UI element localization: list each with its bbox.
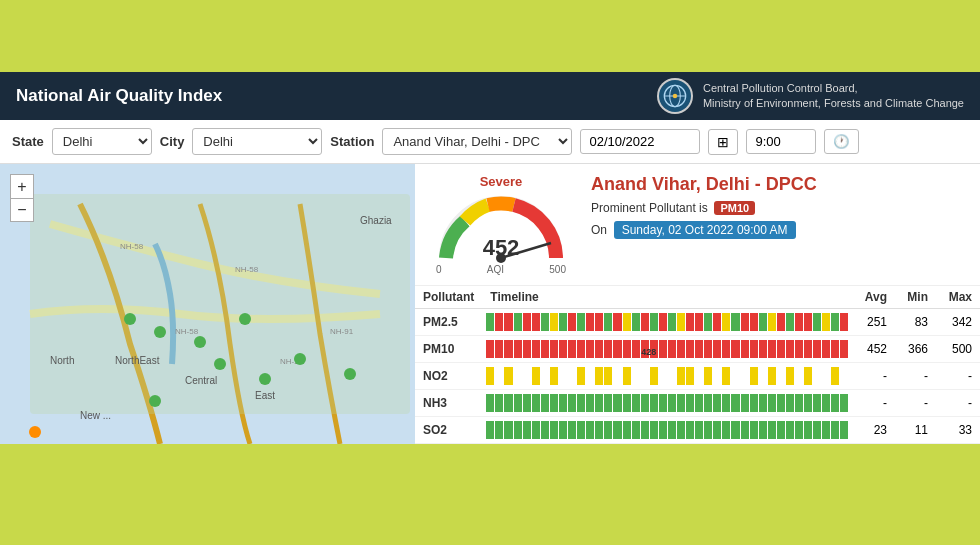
- timeline-bar: [741, 394, 749, 412]
- svg-text:East: East: [255, 390, 275, 401]
- timeline-bar: [722, 421, 730, 439]
- timeline-bar: [586, 313, 594, 331]
- controls-bar: State Delhi City Delhi Station Anand Vih…: [0, 120, 980, 164]
- timeline-bar: [731, 313, 739, 331]
- timeline-bar: [595, 340, 603, 358]
- timeline-bar: [568, 421, 576, 439]
- timeline-cell: [482, 309, 852, 336]
- timeline-bar: [495, 340, 503, 358]
- top-banner: [0, 0, 980, 72]
- timeline-bar: [731, 421, 739, 439]
- map-zoom-controls: + −: [10, 174, 34, 222]
- timeline-bar: [523, 340, 531, 358]
- timeline-bar: [741, 421, 749, 439]
- on-label: On Sunday, 02 Oct 2022 09:00 AM: [591, 219, 964, 239]
- city-select[interactable]: Delhi: [192, 128, 322, 155]
- timeline-bar: [768, 421, 776, 439]
- pollutant-table: Pollutant Timeline Avg Min Max PM2.52518…: [415, 286, 980, 444]
- timeline-bar: [568, 313, 576, 331]
- timeline-bar: [604, 367, 612, 385]
- timeline-bar: [623, 421, 631, 439]
- timeline-bar: [750, 421, 758, 439]
- timeline-bar: [659, 421, 667, 439]
- timeline-bar: [514, 394, 522, 412]
- timeline-bar: [641, 394, 649, 412]
- timeline-bar: [759, 394, 767, 412]
- timeline-bar: [541, 313, 549, 331]
- svg-rect-6: [30, 194, 410, 414]
- timeline-bar: [604, 340, 612, 358]
- timeline-bar: [641, 421, 649, 439]
- timeline-bar: [504, 367, 512, 385]
- pollutant-name-cell: PM2.5: [415, 309, 482, 336]
- timeline-bar: [486, 367, 494, 385]
- timeline-bar: [514, 421, 522, 439]
- col-min: Min: [895, 286, 936, 309]
- svg-point-30: [344, 368, 356, 380]
- table-row: NH3---: [415, 390, 980, 417]
- svg-point-27: [214, 358, 226, 370]
- state-select[interactable]: Delhi: [52, 128, 152, 155]
- timeline-bar: [550, 394, 558, 412]
- timeline-bar: [822, 394, 830, 412]
- date-input[interactable]: [580, 129, 700, 154]
- timeline-bar: [550, 367, 558, 385]
- timeline-bar: [577, 367, 585, 385]
- timeline-bar: [750, 367, 758, 385]
- timeline-bar: [840, 421, 848, 439]
- timeline-bar: [668, 367, 676, 385]
- timeline-bar: [613, 340, 621, 358]
- timeline-bar: [722, 394, 730, 412]
- timeline-bar: [722, 313, 730, 331]
- timeline-bar: [786, 421, 794, 439]
- timeline-bar: [713, 394, 721, 412]
- station-select[interactable]: Anand Vihar, Delhi - DPC: [382, 128, 572, 155]
- timeline-bar: [777, 313, 785, 331]
- timeline-bar: [686, 421, 694, 439]
- svg-text:NH-58: NH-58: [120, 242, 144, 251]
- timeline-bar: [532, 340, 540, 358]
- timeline-bar: [804, 367, 812, 385]
- timeline-bar: [650, 394, 658, 412]
- timeline-bar: [486, 421, 494, 439]
- timeline-bar: [677, 367, 685, 385]
- svg-point-19: [154, 326, 166, 338]
- station-info: Anand Vihar, Delhi - DPCC Prominent Poll…: [591, 174, 964, 239]
- timeline-bar: [741, 367, 749, 385]
- timeline-cell: [482, 363, 852, 390]
- timeline-bar: [650, 313, 658, 331]
- zoom-in-button[interactable]: +: [10, 174, 34, 198]
- timeline-bar: [613, 394, 621, 412]
- clock-button[interactable]: 🕐: [824, 129, 859, 154]
- timeline-bar: [559, 313, 567, 331]
- time-input[interactable]: [746, 129, 816, 154]
- timeline-bar: [504, 313, 512, 331]
- timeline-bar: [704, 313, 712, 331]
- timeline-bar: [722, 340, 730, 358]
- timeline-bar: [768, 340, 776, 358]
- timeline-bar: [741, 313, 749, 331]
- timeline-bar: [586, 340, 594, 358]
- timeline-bar: [659, 367, 667, 385]
- timeline-bar: [695, 340, 703, 358]
- timeline-bar: [759, 340, 767, 358]
- grid-button[interactable]: ⊞: [708, 129, 738, 155]
- timeline-bar: [595, 421, 603, 439]
- pm10-badge: PM10: [714, 201, 755, 215]
- timeline-bar: [804, 421, 812, 439]
- timeline-bar: [632, 367, 640, 385]
- svg-point-18: [194, 336, 206, 348]
- zoom-out-button[interactable]: −: [10, 198, 34, 222]
- station-name: Anand Vihar, Delhi - DPCC: [591, 174, 964, 195]
- max-cell: -: [936, 363, 980, 390]
- svg-text:NH-91: NH-91: [330, 327, 354, 336]
- timeline-bar: [586, 394, 594, 412]
- header-right: Central Pollution Control Board, Ministr…: [657, 78, 964, 114]
- timeline-bar: [795, 340, 803, 358]
- svg-point-17: [149, 395, 161, 407]
- timeline-bar: [623, 340, 631, 358]
- timeline-bar: [822, 340, 830, 358]
- timeline-bar: [795, 313, 803, 331]
- timeline-bar: [713, 421, 721, 439]
- timeline-bar: [659, 340, 667, 358]
